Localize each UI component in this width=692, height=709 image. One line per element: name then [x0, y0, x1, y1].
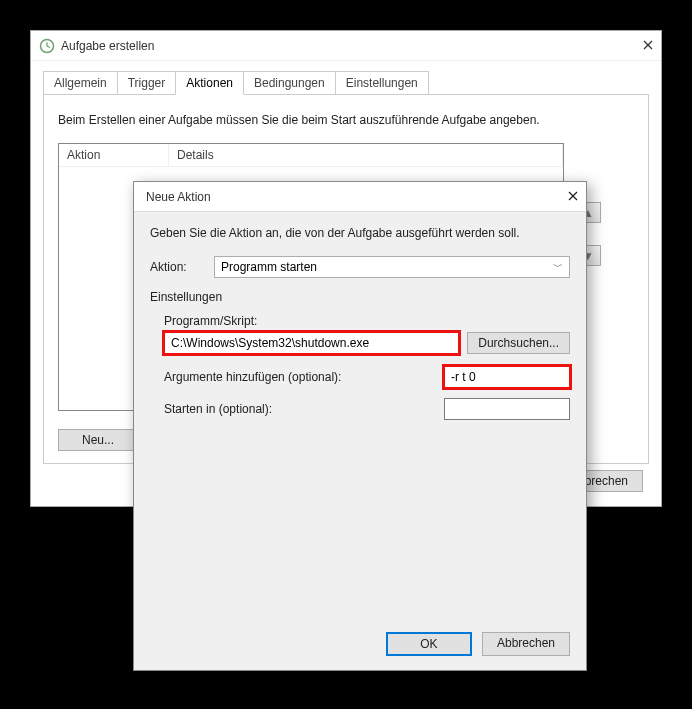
close-icon: [643, 40, 653, 50]
program-label: Programm/Skript:: [164, 314, 570, 328]
svg-line-2: [47, 46, 50, 48]
list-header: Aktion Details: [59, 144, 563, 167]
arguments-input[interactable]: [444, 366, 570, 388]
column-aktion[interactable]: Aktion: [59, 144, 169, 166]
tab-aktionen[interactable]: Aktionen: [175, 71, 244, 95]
close-button[interactable]: [623, 38, 653, 53]
startin-input[interactable]: [444, 398, 570, 420]
list-buttons: Neu...: [58, 429, 138, 451]
arguments-row: Argumente hinzufügen (optional):: [164, 366, 570, 388]
new-action-dialog: Neue Aktion Geben Sie die Aktion an, die…: [133, 181, 587, 671]
startin-row: Starten in (optional):: [164, 398, 570, 420]
dialog-body: Geben Sie die Aktion an, die von der Auf…: [134, 212, 586, 440]
browse-button[interactable]: Durchsuchen...: [467, 332, 570, 354]
new-button[interactable]: Neu...: [58, 429, 138, 451]
aktion-combobox-value: Programm starten: [221, 260, 317, 274]
program-input[interactable]: [164, 332, 459, 354]
tab-trigger[interactable]: Trigger: [117, 71, 177, 94]
column-details[interactable]: Details: [169, 144, 563, 166]
chevron-down-icon: ﹀: [553, 260, 563, 274]
dialog-prompt: Geben Sie die Aktion an, die von der Auf…: [150, 226, 570, 240]
abbrechen-button[interactable]: Abbrechen: [482, 632, 570, 656]
panel-hint: Beim Erstellen einer Aufgabe müssen Sie …: [58, 113, 634, 127]
tab-allgemein[interactable]: Allgemein: [43, 71, 118, 94]
dialog-title: Neue Aktion: [146, 190, 548, 204]
close-icon: [568, 191, 578, 201]
task-scheduler-icon: [39, 38, 55, 54]
aktion-label: Aktion:: [150, 260, 206, 274]
close-button[interactable]: [548, 189, 578, 204]
aktion-row: Aktion: Programm starten ﹀: [150, 256, 570, 278]
program-row: Durchsuchen...: [164, 332, 570, 354]
dialog-footer: OK Abbrechen: [386, 632, 570, 656]
tab-strip: Allgemein Trigger Aktionen Bedingungen E…: [31, 61, 661, 94]
startin-label: Starten in (optional):: [164, 402, 432, 416]
dialog-title: Aufgabe erstellen: [61, 39, 623, 53]
arguments-label: Argumente hinzufügen (optional):: [164, 370, 432, 384]
titlebar: Neue Aktion: [134, 182, 586, 212]
settings-group-label: Einstellungen: [150, 290, 570, 304]
aktion-combobox[interactable]: Programm starten ﹀: [214, 256, 570, 278]
ok-button[interactable]: OK: [386, 632, 472, 656]
titlebar: Aufgabe erstellen: [31, 31, 661, 61]
tab-bedingungen[interactable]: Bedingungen: [243, 71, 336, 94]
tab-einstellungen[interactable]: Einstellungen: [335, 71, 429, 94]
